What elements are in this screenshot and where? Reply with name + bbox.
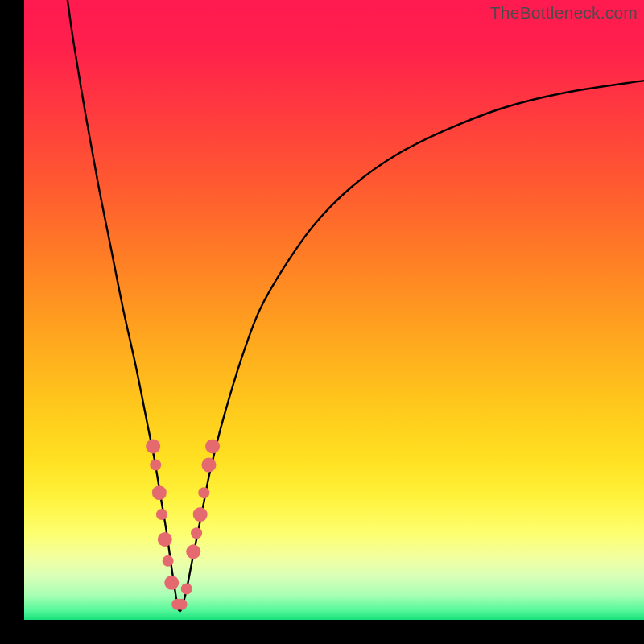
chart-frame: TheBottleneck.com <box>0 0 644 644</box>
sample-point <box>186 544 200 559</box>
sample-point <box>164 576 179 590</box>
bottleneck-curve <box>68 0 644 611</box>
plot-area: TheBottleneck.com <box>24 0 644 620</box>
sample-point <box>156 509 167 520</box>
watermark-text: TheBottleneck.com <box>490 3 638 23</box>
sample-point <box>201 458 216 473</box>
sample-point <box>146 439 160 453</box>
sample-point <box>176 599 188 610</box>
sample-points <box>146 439 220 609</box>
sample-point <box>152 485 167 500</box>
sample-point <box>181 584 192 595</box>
sample-point <box>158 532 172 547</box>
sample-point <box>150 460 161 471</box>
sample-point <box>163 555 174 567</box>
curve-layer <box>24 0 644 620</box>
sample-point <box>193 507 208 522</box>
sample-point <box>198 487 209 498</box>
sample-point <box>191 527 202 539</box>
sample-point <box>205 439 220 453</box>
